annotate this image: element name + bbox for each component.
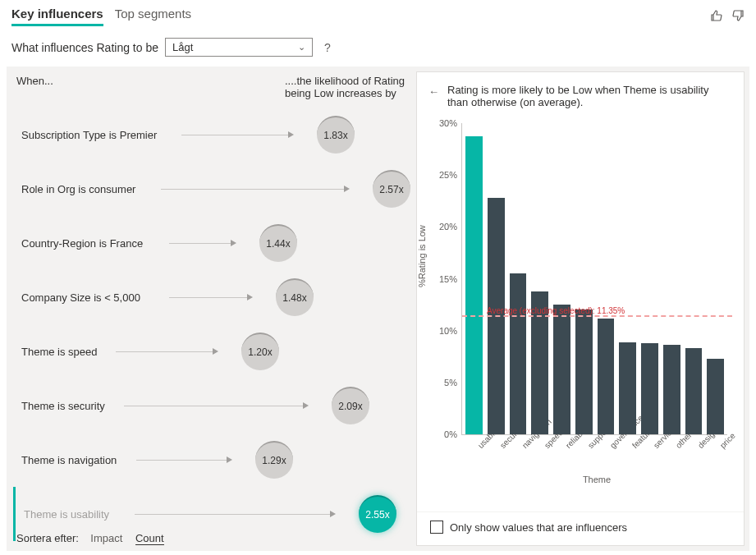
chart-bar[interactable]: governance	[598, 319, 615, 434]
average-line	[462, 315, 732, 317]
factor-row[interactable]: Theme is speed1.20x	[13, 324, 415, 378]
factor-bubble[interactable]: 1.20x	[241, 333, 279, 370]
factor-connector	[169, 243, 231, 244]
value-select[interactable]: Lågt ⌄	[165, 38, 313, 57]
factor-label: Country-Region is France	[21, 237, 143, 250]
thumbs-up-icon[interactable]	[710, 9, 723, 25]
chart-bar[interactable]: services	[641, 343, 658, 434]
arrow-icon	[288, 131, 294, 138]
factor-connector	[135, 514, 330, 515]
y-tick: 30%	[434, 118, 457, 128]
likelihood-header: ....the likelihood of Rating being Low i…	[285, 75, 408, 99]
factor-connector	[161, 189, 344, 190]
factor-bubble[interactable]: 2.55x	[359, 495, 396, 533]
back-arrow-icon[interactable]: ←	[428, 85, 439, 108]
chart-bar[interactable]: other	[663, 345, 680, 434]
thumbs-down-icon[interactable]	[731, 9, 745, 25]
factor-row[interactable]: Country-Region is France1.44x	[13, 216, 415, 270]
factor-row[interactable]: Theme is security2.09x	[13, 378, 415, 433]
chart-bar[interactable]: features	[619, 342, 636, 434]
chart-bar[interactable]: navigation	[510, 273, 527, 434]
y-tick: 10%	[434, 326, 457, 336]
bar-category-label: price	[717, 431, 736, 450]
factor-bubble[interactable]: 2.57x	[373, 170, 410, 208]
factor-bubble[interactable]: 2.09x	[332, 387, 369, 424]
sort-label: Sortera efter:	[16, 532, 79, 544]
tab-key-influencers[interactable]: Key influencers	[11, 7, 103, 26]
factor-connector	[136, 460, 227, 461]
y-tick: 20%	[434, 222, 457, 232]
value-select-text: Lågt	[172, 41, 193, 53]
y-tick: 25%	[434, 170, 457, 180]
factor-bubble[interactable]: 1.29x	[255, 441, 293, 479]
factor-row[interactable]: Theme is navigation1.29x	[13, 433, 415, 487]
help-icon[interactable]: ?	[324, 41, 331, 54]
average-label: Average (excluding selected): 11.35%	[487, 306, 625, 315]
y-axis-label: %Rating is Low	[417, 225, 427, 287]
factor-connector	[124, 406, 303, 406]
x-axis-label: Theme	[461, 475, 732, 484]
chart-bar[interactable]: price	[707, 359, 724, 434]
factor-connector	[181, 135, 288, 135]
factor-bubble[interactable]: 1.44x	[259, 224, 297, 262]
factor-bubble[interactable]: 1.48x	[276, 278, 314, 316]
chart-bar[interactable]: design	[685, 348, 703, 434]
arrow-icon	[213, 348, 218, 355]
question-prefix: What influences Rating to be	[11, 41, 158, 54]
factor-connector	[169, 297, 247, 298]
chart-title: Rating is more likely to be Low when The…	[447, 84, 727, 108]
sort-count[interactable]: Count	[135, 532, 164, 545]
arrow-icon	[227, 456, 232, 463]
when-header: When...	[16, 75, 53, 99]
factor-label: Subscription Type is Premier	[21, 129, 157, 141]
chevron-down-icon: ⌄	[298, 42, 305, 53]
chart-bar[interactable]: support	[575, 310, 593, 434]
factor-label: Company Size is < 5,000	[21, 291, 140, 304]
factor-label: Theme is usability	[24, 508, 109, 521]
chart-bar[interactable]: reliability	[553, 305, 570, 434]
arrow-icon	[330, 511, 336, 517]
factor-row[interactable]: Subscription Type is Premier1.83x	[13, 108, 415, 162]
factor-connector	[116, 351, 213, 352]
y-tick: 5%	[434, 378, 457, 388]
tab-top-segments[interactable]: Top segments	[115, 7, 191, 26]
factor-label: Theme is security	[21, 400, 105, 412]
chart-bar[interactable]: usability	[465, 136, 483, 434]
factor-row[interactable]: Role in Org is consumer2.57x	[13, 162, 415, 216]
arrow-icon	[303, 402, 309, 409]
factor-bubble[interactable]: 1.83x	[317, 116, 355, 154]
factor-label: Theme is speed	[21, 346, 98, 358]
arrow-icon	[344, 186, 350, 192]
sort-impact[interactable]: Impact	[90, 532, 122, 544]
factor-label: Theme is navigation	[21, 454, 117, 466]
y-tick: 0%	[434, 429, 457, 439]
only-influencers-checkbox[interactable]	[430, 521, 443, 534]
factor-row[interactable]: Company Size is < 5,0001.48x	[13, 270, 415, 324]
bar-chart: usabilitysecuritynavigationspeedreliabil…	[461, 123, 727, 435]
factor-label: Role in Org is consumer	[21, 183, 135, 195]
arrow-icon	[231, 240, 236, 246]
y-tick: 15%	[434, 274, 457, 284]
arrow-icon	[247, 294, 253, 300]
only-influencers-label: Only show values that are influencers	[450, 521, 627, 534]
